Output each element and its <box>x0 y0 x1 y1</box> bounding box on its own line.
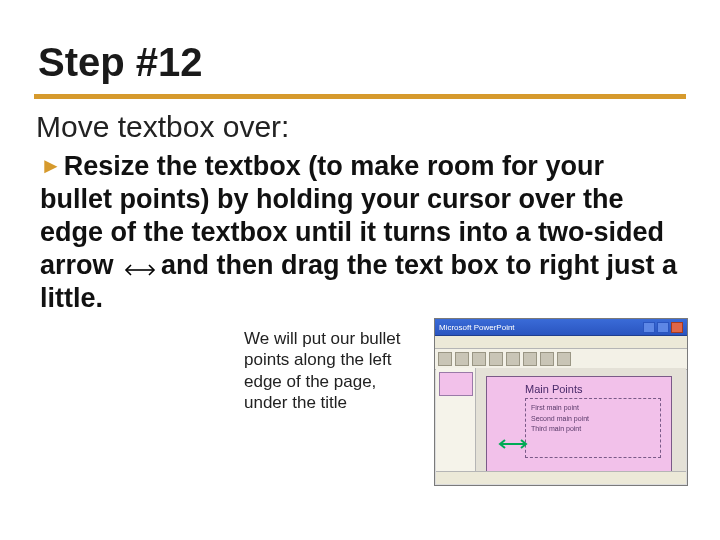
instruction-after: and then drag the text box to right just… <box>40 250 677 313</box>
toolbar <box>435 349 687 370</box>
step-title: Step #12 <box>38 40 203 85</box>
status-bar <box>436 471 686 484</box>
title-underline <box>34 94 686 99</box>
toolbar-icon <box>540 352 554 366</box>
close-icon <box>671 322 683 333</box>
slide-canvas: Main Points First main point Second main… <box>486 376 672 476</box>
bullet-point: Second main point <box>531 414 655 425</box>
subtitle: Move textbox over: <box>36 110 289 144</box>
editor-body: Main Points First main point Second main… <box>436 368 686 471</box>
window-title: Microsoft PowerPoint <box>439 323 515 332</box>
caption-text: We will put our bullet points along the … <box>244 328 424 413</box>
resize-arrow-icon <box>498 439 528 449</box>
toolbar-icon <box>438 352 452 366</box>
instruction-text: ►Resize the textbox (to make room for yo… <box>40 150 680 315</box>
menu-bar <box>435 336 687 349</box>
canvas-area: Main Points First main point Second main… <box>476 368 686 471</box>
slide-thumbnail <box>439 372 473 396</box>
bullet-point: Third main point <box>531 424 655 435</box>
bullet-point: First main point <box>531 403 655 414</box>
toolbar-icon <box>455 352 469 366</box>
toolbar-icon <box>489 352 503 366</box>
slide: Step #12 Move textbox over: ►Resize the … <box>0 0 720 540</box>
powerpoint-screenshot: Microsoft PowerPoint Main Poi <box>434 318 688 486</box>
slide-panel <box>436 368 476 471</box>
bullet-arrow-icon: ► <box>40 153 62 180</box>
slide-canvas-title: Main Points <box>525 383 663 395</box>
toolbar-icon <box>557 352 571 366</box>
minimize-icon <box>643 322 655 333</box>
window-titlebar: Microsoft PowerPoint <box>435 319 687 336</box>
toolbar-icon <box>523 352 537 366</box>
two-sided-arrow-icon <box>123 264 157 276</box>
maximize-icon <box>657 322 669 333</box>
content-textbox: First main point Second main point Third… <box>525 398 661 458</box>
toolbar-icon <box>506 352 520 366</box>
window-buttons <box>643 322 683 333</box>
toolbar-icon <box>472 352 486 366</box>
